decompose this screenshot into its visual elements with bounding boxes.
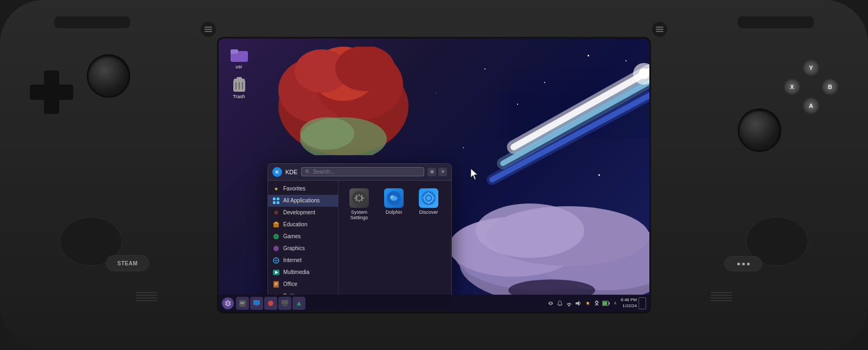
system-settings-icon: [349, 188, 369, 208]
desktop-icon-usr-label: usr: [235, 64, 242, 69]
svg-rect-54: [275, 285, 277, 285]
svg-rect-32: [237, 77, 242, 79]
all-apps-icon: [272, 197, 280, 205]
svg-rect-91: [603, 302, 607, 305]
speaker-left: [136, 292, 157, 301]
steam-button[interactable]: STEAM: [106, 255, 149, 271]
right-shoulder-button[interactable]: [738, 16, 814, 28]
menu-category-development-label: Development: [283, 209, 315, 215]
b-button[interactable]: B: [822, 79, 838, 95]
menu-category-education[interactable]: Education: [268, 219, 338, 231]
taskbar-app-5[interactable]: [292, 297, 305, 310]
abxy-buttons: Y B A X: [784, 60, 838, 114]
svg-rect-53: [275, 284, 278, 284]
svg-rect-41: [273, 224, 279, 227]
menu-category-office-label: Office: [283, 281, 297, 287]
menu-body: ★ Favorites All Applications ⚙ Developme…: [268, 181, 451, 311]
menu-close-button[interactable]: ✕: [438, 168, 447, 176]
menu-category-internet-label: Internet: [283, 257, 302, 263]
taskbar-app-3[interactable]: [264, 297, 277, 310]
svg-rect-35: [239, 82, 240, 90]
discover-icon: [419, 188, 438, 208]
svg-rect-5: [656, 31, 663, 32]
desktop-icon-trash[interactable]: Trash: [224, 74, 254, 101]
menu-search-bar[interactable]: 🔍 Search...: [301, 167, 424, 176]
taskbar-app-4[interactable]: [278, 297, 291, 310]
app-system-settings[interactable]: SystemSettings: [344, 186, 374, 222]
taskbar-apps: [236, 297, 545, 310]
show-desktop-button[interactable]: [639, 297, 646, 309]
menu-title: KDE: [285, 169, 298, 175]
svg-rect-3: [656, 27, 663, 28]
three-dot-button[interactable]: [724, 256, 762, 271]
menu-category-games[interactable]: Games: [268, 231, 338, 243]
menu-category-favorites[interactable]: ★ Favorites: [268, 183, 338, 195]
desktop: usr Trash: [219, 39, 649, 312]
svg-rect-77: [240, 302, 245, 303]
a-button[interactable]: A: [803, 98, 819, 114]
svg-marker-74: [471, 169, 477, 180]
svg-point-13: [300, 117, 354, 150]
dot2: [742, 263, 745, 265]
svg-rect-34: [235, 82, 237, 90]
tray-bluetooth-icon[interactable]: [593, 300, 601, 307]
app-dolphin[interactable]: Dolphin: [379, 186, 409, 222]
tray-expand-icon[interactable]: ∧: [611, 300, 619, 307]
app-grid: SystemSettings: [344, 186, 446, 222]
menu-category-education-label: Education: [283, 221, 307, 227]
desktop-icon-usr[interactable]: usr: [224, 44, 254, 71]
taskbar: ★ ∧ 6:46 PM 1/22/24: [219, 295, 649, 312]
svg-rect-36: [242, 82, 243, 90]
left-shoulder-button[interactable]: [54, 16, 130, 28]
taskbar-clock[interactable]: 6:46 PM 1/22/24: [621, 297, 637, 309]
svg-point-44: [275, 236, 277, 238]
svg-point-66: [391, 196, 392, 198]
menu-category-office[interactable]: Office: [268, 278, 338, 290]
dolphin-icon: [384, 188, 404, 208]
menu-category-multimedia[interactable]: Multimedia: [268, 266, 338, 278]
svg-point-81: [268, 301, 273, 306]
tray-battery-icon[interactable]: [602, 300, 610, 307]
svg-rect-2: [205, 31, 212, 32]
svg-rect-52: [275, 283, 278, 283]
left-analog-stick[interactable]: [87, 54, 130, 98]
tray-notification-icon[interactable]: [556, 300, 564, 307]
app-discover[interactable]: Discover: [413, 186, 444, 222]
svg-marker-88: [576, 301, 579, 306]
svg-point-87: [569, 306, 570, 307]
folder-icon: [231, 46, 248, 63]
svg-point-63: [357, 196, 361, 200]
taskbar-app-1[interactable]: [236, 297, 249, 310]
discover-label: Discover: [419, 209, 438, 215]
svg-rect-83: [283, 305, 287, 306]
y-button[interactable]: Y: [803, 60, 819, 76]
taskbar-start-button[interactable]: [222, 297, 234, 309]
x-button[interactable]: X: [784, 79, 800, 95]
taskbar-app-2[interactable]: [250, 297, 263, 310]
taskbar-system-tray: ★ ∧ 6:46 PM 1/22/24: [547, 297, 646, 309]
dpad[interactable]: [30, 71, 73, 114]
menu-category-development[interactable]: ⚙ Development: [268, 207, 338, 219]
tray-star-icon[interactable]: ★: [584, 300, 591, 307]
development-icon: ⚙: [272, 209, 280, 217]
menu-category-internet[interactable]: Internet: [268, 254, 338, 266]
menu-category-graphics[interactable]: Graphics: [268, 243, 338, 254]
svg-point-21: [639, 68, 649, 79]
tray-volume-icon[interactable]: [575, 300, 582, 307]
menu-button-right[interactable]: [652, 22, 667, 37]
favorites-icon: ★: [272, 185, 280, 193]
menu-button-left[interactable]: [201, 22, 216, 37]
tray-wifi-icon[interactable]: [565, 300, 573, 307]
menu-pin-button[interactable]: ⊞: [427, 168, 436, 176]
right-analog-stick[interactable]: [738, 109, 781, 152]
svg-rect-86: [559, 305, 560, 306]
svg-rect-38: [277, 198, 279, 200]
office-icon: [272, 281, 280, 288]
svg-point-75: [225, 300, 231, 307]
search-placeholder: Search...: [313, 169, 335, 175]
svg-point-85: [550, 302, 552, 304]
menu-category-games-label: Games: [283, 233, 301, 239]
menu-category-all[interactable]: All Applications: [268, 195, 338, 207]
tray-settings-icon[interactable]: [547, 300, 554, 307]
games-icon: [272, 233, 280, 240]
